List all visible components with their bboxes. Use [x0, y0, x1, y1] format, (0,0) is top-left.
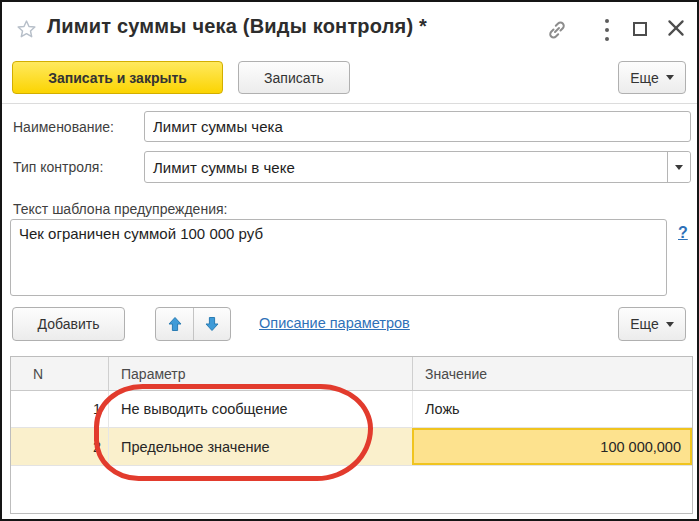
header-param: Параметр	[108, 357, 412, 390]
favorite-star-icon[interactable]	[15, 18, 38, 41]
parameters-description-link[interactable]: Описание параметров	[259, 315, 410, 331]
save-button[interactable]: Записать	[238, 61, 350, 94]
move-down-button[interactable]	[193, 308, 230, 340]
save-and-close-button[interactable]: Записать и закрыть	[12, 61, 223, 94]
control-type-label: Тип контроля:	[13, 159, 103, 175]
row-param: Предельное значение	[108, 428, 412, 465]
more-label: Еще	[630, 70, 659, 86]
form-window: Лимит суммы чека (Виды контроля) * Запис…	[0, 0, 699, 521]
more-menu-icon[interactable]	[602, 19, 612, 41]
copy-link-icon[interactable]	[545, 18, 569, 42]
table-row[interactable]: 2 Предельное значение 100 000,000	[11, 428, 692, 466]
chevron-down-icon	[675, 165, 683, 170]
control-type-dropdown-button[interactable]	[667, 152, 690, 182]
save-and-close-label: Записать и закрыть	[48, 70, 187, 86]
command-bar-separator	[2, 103, 697, 104]
move-up-button[interactable]	[156, 308, 193, 340]
warning-template-textarea[interactable]: Чек ограничен суммой 100 000 руб	[10, 219, 667, 296]
add-button[interactable]: Добавить	[12, 307, 125, 341]
save-label: Записать	[264, 70, 324, 86]
row-value[interactable]: Ложь	[412, 391, 692, 427]
title-bar: Лимит суммы чека (Виды контроля) *	[2, 2, 697, 56]
row-number: 1	[11, 391, 108, 427]
window-title: Лимит суммы чека (Виды контроля) *	[47, 15, 427, 38]
maximize-icon[interactable]	[633, 22, 647, 36]
parameters-table: N Параметр Значение 1 Не выводить сообще…	[10, 356, 693, 514]
row-number: 2	[11, 428, 108, 465]
table-header-row: N Параметр Значение	[11, 357, 692, 391]
more-button-table[interactable]: Еще	[618, 307, 686, 341]
name-input[interactable]	[144, 111, 691, 142]
name-label: Наименование:	[13, 119, 114, 135]
warning-template-label: Текст шаблона предупреждения:	[13, 201, 227, 217]
chevron-down-icon	[666, 322, 674, 327]
add-label: Добавить	[38, 316, 100, 332]
header-num: N	[11, 357, 108, 390]
more-button-top[interactable]: Еще	[618, 61, 686, 94]
move-buttons-group	[155, 307, 231, 341]
close-icon[interactable]	[665, 17, 687, 39]
help-link[interactable]: ?	[678, 224, 688, 242]
row-value-active-cell[interactable]: 100 000,000	[412, 428, 692, 465]
header-value: Значение	[412, 357, 692, 390]
control-type-select[interactable]: Лимит суммы в чеке	[144, 151, 691, 183]
more-label: Еще	[630, 316, 659, 332]
table-row[interactable]: 1 Не выводить сообщение Ложь	[11, 391, 692, 428]
chevron-down-icon	[666, 75, 674, 80]
control-type-value: Лимит суммы в чеке	[145, 152, 667, 182]
row-param: Не выводить сообщение	[108, 391, 412, 427]
